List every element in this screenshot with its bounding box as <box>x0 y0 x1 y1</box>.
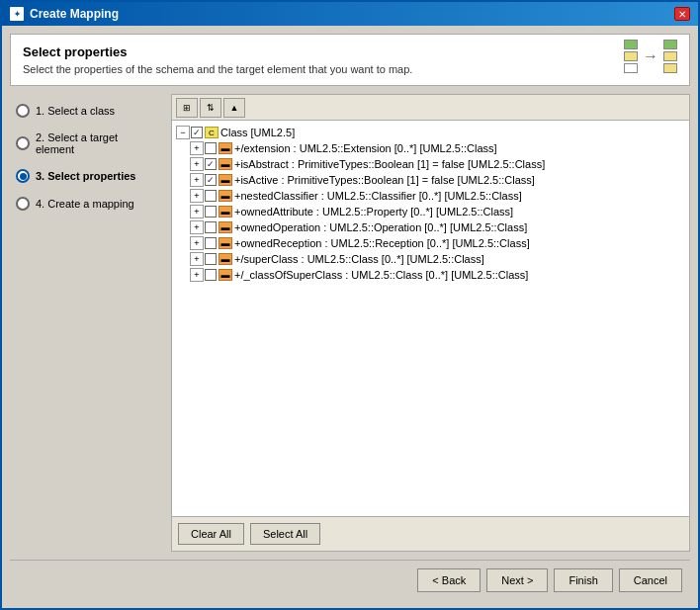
window-title: Create Mapping <box>30 7 119 21</box>
root-label: Class [UML2.5] <box>220 127 295 138</box>
title-bar-left: ✦ Create Mapping <box>10 7 119 21</box>
item-8-expand[interactable]: + <box>190 268 204 282</box>
item-6-expand[interactable]: + <box>190 236 204 250</box>
tree-item-7[interactable]: + ▬ +/superClass : UML2.5::Class [0..*] … <box>176 251 685 267</box>
tree-item-0[interactable]: + ▬ +/extension : UML2.5::Extension [0..… <box>176 140 685 156</box>
item-7-checkbox[interactable] <box>205 253 217 265</box>
item-2-expand[interactable]: + <box>190 173 204 187</box>
footer: < Back Next > Finish Cancel <box>10 560 690 600</box>
item-0-expand[interactable]: + <box>190 141 204 155</box>
item-1-icon: ▬ <box>219 158 232 170</box>
step-3-radio <box>16 169 30 183</box>
schema-cell <box>663 51 677 61</box>
schema-cell <box>624 51 638 61</box>
header-description: Select the properties of the schema and … <box>23 63 677 75</box>
item-3-expand[interactable]: + <box>190 189 204 203</box>
schema-cell <box>663 63 677 73</box>
schema-cell <box>624 63 638 73</box>
item-0-icon: ▬ <box>219 142 232 154</box>
root-class-icon: C <box>205 127 219 138</box>
item-3-icon: ▬ <box>219 190 232 202</box>
item-0-checkbox[interactable] <box>205 142 217 154</box>
schema-icon: → <box>624 40 677 73</box>
item-5-expand[interactable]: + <box>190 220 204 234</box>
finish-button[interactable]: Finish <box>554 568 612 592</box>
toolbar-grid-button[interactable]: ⊞ <box>176 98 198 118</box>
item-3-text: +nestedClassifier : UML2.5::Classifier [… <box>234 190 522 202</box>
select-all-button[interactable]: Select All <box>250 523 320 545</box>
arrow-icon: → <box>641 40 660 73</box>
tree-action-buttons: Clear All Select All <box>172 516 689 551</box>
schema-cell <box>663 40 677 49</box>
toolbar: ⊞ ⇅ ▲ <box>172 95 689 121</box>
item-4-icon: ▬ <box>219 206 232 218</box>
item-6-checkbox[interactable] <box>205 237 217 249</box>
item-8-checkbox[interactable] <box>205 269 217 281</box>
item-4-text: +ownedAttribute : UML2.5::Property [0..*… <box>234 206 513 218</box>
schema-cell <box>624 40 638 49</box>
item-2-text: +isActive : PrimitiveTypes::Boolean [1] … <box>234 174 535 186</box>
step-4-label: 4. Create a mapping <box>36 198 134 210</box>
tree-root-row[interactable]: − C Class [UML2.5] <box>176 125 685 140</box>
main-window: ✦ Create Mapping ✕ → <box>0 0 700 610</box>
step-1-radio <box>16 104 30 118</box>
item-7-expand[interactable]: + <box>190 252 204 266</box>
step-3-label: 3. Select properties <box>36 170 136 182</box>
title-bar: ✦ Create Mapping ✕ <box>2 2 698 26</box>
schema-col-1 <box>624 40 638 73</box>
step-1[interactable]: 1. Select a class <box>14 102 159 120</box>
step-2-radio <box>16 136 30 150</box>
tree-item-6[interactable]: + ▬ +ownedReception : UML2.5::Reception … <box>176 235 685 251</box>
tree-item-3[interactable]: + ▬ +nestedClassifier : UML2.5::Classifi… <box>176 188 685 204</box>
item-6-icon: ▬ <box>219 237 232 249</box>
back-button[interactable]: < Back <box>417 568 481 592</box>
toolbar-sort-button[interactable]: ⇅ <box>200 98 221 118</box>
main-area: 1. Select a class 2. Select a target ele… <box>10 94 690 552</box>
item-1-expand[interactable]: + <box>190 157 204 171</box>
schema-icon-container: → <box>624 40 677 73</box>
tree-area: − C Class [UML2.5] + ▬ +/extension : UML… <box>172 121 689 516</box>
tree-item-2[interactable]: + ▬ +isActive : PrimitiveTypes::Boolean … <box>176 172 685 188</box>
item-8-text: +/_classOfSuperClass : UML2.5::Class [0.… <box>234 269 528 281</box>
step-2-label: 2. Select a target element <box>36 131 157 155</box>
root-checkbox[interactable] <box>191 127 203 138</box>
item-4-checkbox[interactable] <box>205 206 217 218</box>
cancel-button[interactable]: Cancel <box>619 568 682 592</box>
toolbar-up-button[interactable]: ▲ <box>223 98 245 118</box>
tree-item-1[interactable]: + ▬ +isAbstract : PrimitiveTypes::Boolea… <box>176 156 685 172</box>
item-0-text: +/extension : UML2.5::Extension [0..*] [… <box>234 142 497 154</box>
step-4-radio <box>16 197 30 211</box>
step-3[interactable]: 3. Select properties <box>14 167 159 185</box>
tree-item-8[interactable]: + ▬ +/_classOfSuperClass : UML2.5::Class… <box>176 267 685 283</box>
header-title: Select properties <box>23 44 677 59</box>
tree-item-5[interactable]: + ▬ +ownedOperation : UML2.5::Operation … <box>176 219 685 235</box>
item-8-icon: ▬ <box>219 269 232 281</box>
steps-panel: 1. Select a class 2. Select a target ele… <box>10 94 163 552</box>
item-5-icon: ▬ <box>219 221 232 233</box>
item-1-text: +isAbstract : PrimitiveTypes::Boolean [1… <box>234 158 545 170</box>
item-4-expand[interactable]: + <box>190 205 204 218</box>
tree-item-4[interactable]: + ▬ +ownedAttribute : UML2.5::Property [… <box>176 204 685 219</box>
next-button[interactable]: Next > <box>486 568 548 592</box>
item-6-text: +ownedReception : UML2.5::Reception [0..… <box>234 237 530 249</box>
item-1-checkbox[interactable] <box>205 158 217 170</box>
schema-col-2 <box>663 40 677 73</box>
clear-all-button[interactable]: Clear All <box>178 523 244 545</box>
window-icon: ✦ <box>10 7 24 21</box>
item-7-text: +/superClass : UML2.5::Class [0..*] [UML… <box>234 253 484 265</box>
content-area: → Select properties Select the propertie… <box>2 26 698 608</box>
item-5-text: +ownedOperation : UML2.5::Operation [0..… <box>234 221 527 233</box>
item-2-icon: ▬ <box>219 174 232 186</box>
item-2-checkbox[interactable] <box>205 174 217 186</box>
item-7-icon: ▬ <box>219 253 232 265</box>
item-5-checkbox[interactable] <box>205 221 217 233</box>
step-4[interactable]: 4. Create a mapping <box>14 195 159 213</box>
header-section: → Select properties Select the propertie… <box>10 34 690 86</box>
root-expand-btn[interactable]: − <box>176 126 190 139</box>
item-3-checkbox[interactable] <box>205 190 217 202</box>
close-button[interactable]: ✕ <box>674 7 690 21</box>
step-1-label: 1. Select a class <box>36 105 115 117</box>
right-panel: ⊞ ⇅ ▲ − C Class [UML2.5] <box>171 94 690 552</box>
step-2[interactable]: 2. Select a target element <box>14 130 159 157</box>
